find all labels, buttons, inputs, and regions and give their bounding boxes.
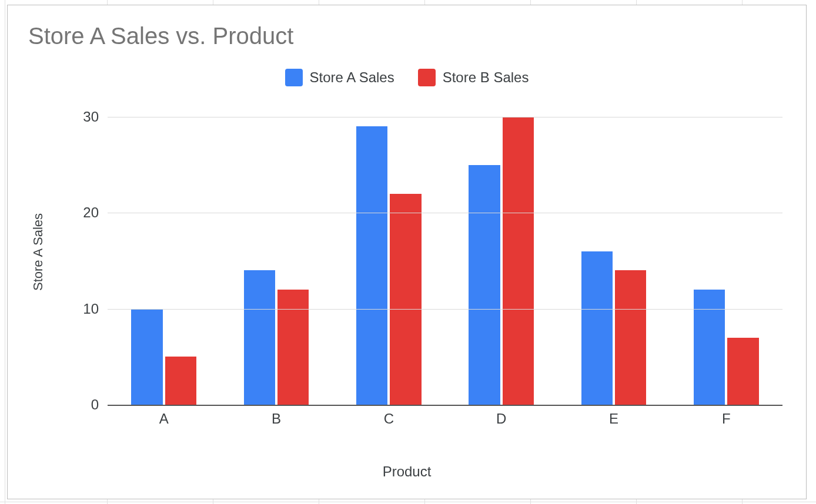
bar-store-b-sales-e[interactable] [615, 270, 647, 405]
y-tick-label: 30 [83, 109, 99, 125]
x-tick-label: C [384, 411, 394, 427]
y-tick-label: 20 [83, 204, 99, 221]
legend-item-store-a[interactable]: Store A Sales [285, 69, 394, 86]
x-tick-label: E [609, 411, 618, 427]
legend-swatch-icon [285, 69, 303, 86]
gridline [108, 117, 782, 117]
chart-container[interactable]: Store A Sales vs. Product Store A Sales … [7, 5, 807, 499]
gridline [108, 213, 782, 213]
bar-store-b-sales-b[interactable] [277, 290, 309, 405]
y-tick-label: 0 [91, 397, 99, 413]
legend-label: Store B Sales [443, 69, 529, 86]
x-tick-label: F [722, 411, 731, 427]
x-tick-label: D [496, 411, 506, 427]
x-tick-label: B [272, 411, 281, 427]
plot-wrapper: 0102030ABCDEF [72, 105, 782, 428]
gridline [108, 405, 782, 406]
bar-store-a-sales-c[interactable] [356, 126, 388, 405]
bars-layer [108, 117, 782, 405]
x-axis-title: Product [383, 463, 432, 480]
y-axis-title: Store A Sales [31, 213, 46, 291]
legend-item-store-b[interactable]: Store B Sales [418, 69, 529, 86]
bar-store-b-sales-a[interactable] [165, 357, 197, 405]
gridline [108, 309, 782, 310]
legend-swatch-icon [418, 69, 436, 86]
bar-store-a-sales-b[interactable] [244, 270, 276, 405]
chart-legend: Store A Sales Store B Sales [8, 69, 806, 86]
bar-store-a-sales-a[interactable] [131, 309, 163, 405]
bar-store-a-sales-f[interactable] [694, 290, 725, 405]
bar-store-a-sales-e[interactable] [581, 251, 613, 405]
bar-store-b-sales-d[interactable] [503, 117, 534, 405]
legend-label: Store A Sales [310, 69, 394, 86]
x-tick-label: A [159, 411, 169, 427]
bar-store-a-sales-d[interactable] [469, 165, 500, 405]
bar-store-b-sales-f[interactable] [727, 338, 759, 405]
plot-area: 0102030ABCDEF [108, 117, 782, 405]
chart-title: Store A Sales vs. Product [28, 23, 293, 49]
bar-store-b-sales-c[interactable] [390, 194, 422, 405]
y-tick-label: 10 [83, 301, 99, 317]
